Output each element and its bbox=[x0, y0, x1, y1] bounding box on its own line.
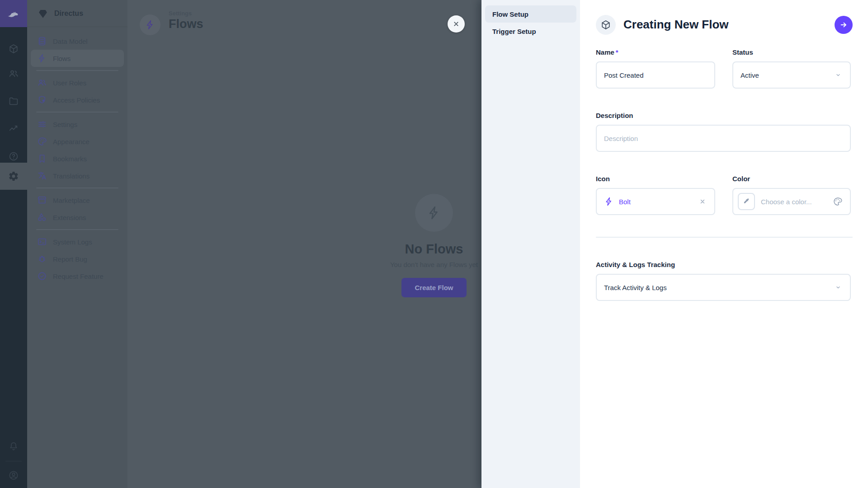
sidebar-item-flows[interactable]: Flows bbox=[31, 50, 124, 67]
bolt-icon bbox=[604, 197, 614, 206]
sidebar-item-translations[interactable]: Translations bbox=[31, 167, 124, 184]
tracking-select[interactable]: Track Activity & Logs bbox=[596, 274, 851, 301]
description-input-box[interactable] bbox=[596, 125, 851, 152]
users-icon bbox=[37, 78, 47, 88]
bookmark-icon bbox=[37, 154, 47, 164]
tracking-label: Activity & Logs Tracking bbox=[596, 260, 851, 269]
sidebar-item-label: Settings bbox=[53, 121, 77, 128]
sidebar-item-extensions[interactable]: Extensions bbox=[31, 209, 124, 226]
module-files-button[interactable] bbox=[0, 89, 27, 114]
sidebar-item-label: Report Bug bbox=[53, 255, 87, 263]
palette-icon[interactable] bbox=[833, 197, 843, 206]
sidebar-item-appearance[interactable]: Appearance bbox=[31, 133, 124, 150]
sidebar-item-user-roles[interactable]: User Roles bbox=[31, 74, 124, 91]
sidebar-item-label: Data Model bbox=[53, 38, 88, 45]
bolt-icon bbox=[426, 205, 442, 221]
terminal-icon bbox=[37, 237, 47, 247]
description-input[interactable] bbox=[604, 135, 843, 142]
user-menu-button[interactable] bbox=[0, 463, 27, 488]
arrow-right-icon bbox=[839, 20, 848, 29]
status-select[interactable]: Active bbox=[732, 61, 851, 89]
creating-new-flow-drawer: Flow Setup Trigger Setup Creating New Fl… bbox=[481, 0, 868, 488]
close-icon bbox=[452, 19, 461, 28]
form-divider bbox=[596, 237, 853, 238]
eyedropper-icon bbox=[742, 197, 750, 206]
sidebar-nav: Data Model Flows User Roles Access Polic bbox=[27, 27, 127, 285]
module-settings-button[interactable] bbox=[0, 163, 27, 190]
sidebar-item-access-policies[interactable]: Access Policies bbox=[31, 91, 124, 108]
sidebar-item-label: User Roles bbox=[53, 79, 86, 87]
status-label: Status bbox=[732, 48, 851, 57]
sidebar-item-system-logs[interactable]: System Logs bbox=[31, 233, 124, 250]
sidebar-divider bbox=[36, 229, 118, 230]
status-field-group: Status Active bbox=[732, 48, 851, 89]
tracking-field-group: Activity & Logs Tracking Track Activity … bbox=[596, 260, 851, 301]
sidebar-item-label: Translations bbox=[53, 172, 90, 180]
sidebar-item-label: Flows bbox=[53, 55, 71, 62]
drawer-close-button[interactable] bbox=[448, 15, 465, 33]
project-name: Directus bbox=[54, 9, 83, 18]
box-icon bbox=[8, 43, 19, 54]
icon-select[interactable]: Bolt bbox=[596, 188, 715, 215]
breadcrumb[interactable]: Settings bbox=[169, 10, 192, 17]
eyedropper-button[interactable] bbox=[738, 193, 755, 210]
page-title-icon-circle[interactable] bbox=[140, 14, 160, 35]
icon-label: Icon bbox=[596, 174, 715, 183]
shapes-icon bbox=[37, 212, 47, 222]
sidebar-item-label: Request Feature bbox=[53, 272, 104, 280]
clear-icon[interactable] bbox=[698, 197, 707, 206]
description-label: Description bbox=[596, 111, 851, 120]
account-circle-icon bbox=[8, 470, 19, 481]
trending-up-icon bbox=[8, 123, 19, 134]
name-input[interactable] bbox=[604, 71, 707, 79]
gem-icon bbox=[37, 8, 49, 19]
bolt-icon bbox=[37, 53, 47, 63]
chevron-down-icon bbox=[834, 70, 843, 80]
sidebar-item-bookmarks[interactable]: Bookmarks bbox=[31, 150, 124, 167]
drawer-nav: Flow Setup Trigger Setup bbox=[481, 0, 580, 488]
icon-value: Bolt bbox=[604, 197, 698, 206]
chevron-down-icon bbox=[834, 283, 843, 292]
project-switcher[interactable]: Directus bbox=[27, 0, 127, 27]
sidebar-item-report-bug[interactable]: Report Bug bbox=[31, 250, 124, 267]
module-content-button[interactable] bbox=[0, 36, 27, 61]
notifications-button[interactable] bbox=[0, 434, 27, 459]
bolt-icon bbox=[145, 19, 156, 30]
sidebar-item-label: Marketplace bbox=[53, 197, 90, 204]
translate-icon bbox=[37, 171, 47, 181]
sidebar-divider bbox=[36, 188, 118, 188]
icon-value-label: Bolt bbox=[619, 198, 631, 206]
create-flow-button[interactable]: Create Flow bbox=[401, 278, 467, 297]
page-title: Flows bbox=[169, 17, 203, 31]
bell-icon bbox=[8, 441, 19, 452]
sidebar-item-label: Extensions bbox=[53, 214, 86, 221]
color-field-group: Color Choose a color... bbox=[732, 174, 851, 215]
directus-logo-button[interactable] bbox=[0, 0, 27, 27]
name-input-box[interactable] bbox=[596, 61, 715, 89]
sidebar-item-data-model[interactable]: Data Model bbox=[31, 33, 124, 50]
sidebar-item-request-feature[interactable]: Request Feature bbox=[31, 267, 124, 285]
palette-icon bbox=[37, 136, 47, 146]
module-insights-button[interactable] bbox=[0, 116, 27, 141]
icon-field-group: Icon Bolt bbox=[596, 174, 715, 215]
gear-icon bbox=[8, 171, 19, 182]
bug-icon bbox=[37, 254, 47, 264]
drawer-content: Creating New Flow Name* Status Active bbox=[580, 0, 868, 488]
next-step-button[interactable] bbox=[835, 16, 853, 34]
color-input-box[interactable]: Choose a color... bbox=[732, 188, 851, 215]
seal-check-icon bbox=[37, 271, 47, 281]
shield-lock-icon bbox=[37, 95, 47, 105]
folder-icon bbox=[8, 96, 19, 107]
module-users-button[interactable] bbox=[0, 61, 27, 86]
sidebar-divider bbox=[36, 112, 118, 113]
description-field-group: Description bbox=[596, 111, 851, 152]
drawer-nav-trigger-setup[interactable]: Trigger Setup bbox=[485, 23, 576, 40]
users-icon bbox=[8, 68, 19, 79]
name-label: Name* bbox=[596, 48, 715, 57]
required-asterisk: * bbox=[616, 48, 618, 56]
settings-sidebar: Directus Data Model Flows User Roles bbox=[27, 0, 127, 488]
sidebar-item-marketplace[interactable]: Marketplace bbox=[31, 192, 124, 209]
sidebar-item-settings[interactable]: Settings bbox=[31, 116, 124, 133]
drawer-nav-flow-setup[interactable]: Flow Setup bbox=[485, 5, 576, 23]
storefront-icon bbox=[37, 195, 47, 205]
